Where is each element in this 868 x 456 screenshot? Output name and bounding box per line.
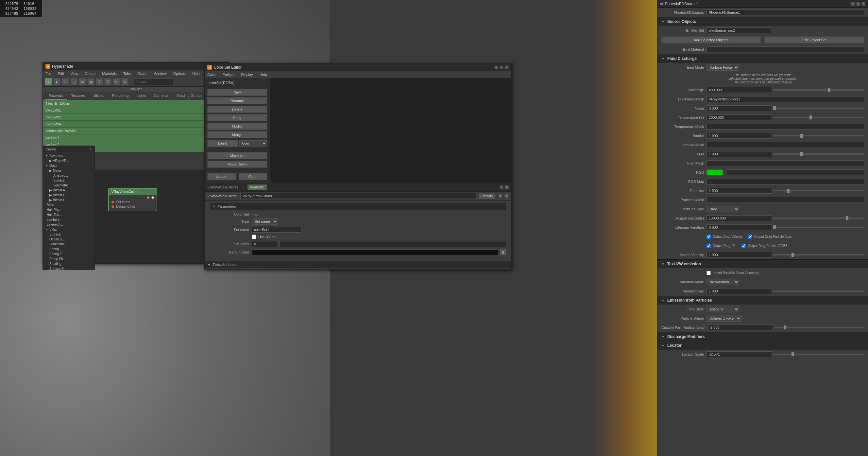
material-item[interactable]: lambert1	[43, 134, 228, 141]
tree-item-vray-shading[interactable]: Shading	[48, 262, 93, 266]
tree-item-hair-tub[interactable]: Hair Tub...	[44, 212, 93, 217]
lifespan-var-slider[interactable]	[773, 227, 864, 228]
tree-item-hair-phy[interactable]: Hair Phy...	[44, 207, 93, 212]
rgb-input[interactable]	[727, 170, 864, 175]
phoenix-window-controls[interactable]: ─ □ ✕	[851, 2, 865, 6]
cse-rename-btn[interactable]: Rename	[207, 97, 267, 104]
variation-sec-input[interactable]	[707, 288, 772, 294]
output-drag-rgb-checkbox[interactable]	[742, 244, 746, 248]
fuel-input[interactable]	[707, 151, 772, 157]
tool-btn-8[interactable]: Z	[104, 78, 112, 85]
set-name-input[interactable]	[252, 227, 302, 233]
fuel-mask-input[interactable]	[707, 160, 864, 166]
noise-input[interactable]	[707, 105, 772, 111]
material-item[interactable]: VRayMtl1	[43, 107, 228, 114]
material-item[interactable]: VRayMtl2	[43, 114, 228, 121]
variation-sec-slider[interactable]	[773, 291, 864, 292]
cse-maximize[interactable]: □	[500, 65, 503, 69]
tool-btn-10[interactable]: ↻	[121, 78, 128, 85]
tree-group-vray[interactable]: ▼ VRay	[44, 227, 93, 232]
particles-slider[interactable]	[773, 190, 864, 191]
tab-cameras[interactable]: Cameras	[150, 92, 173, 100]
cse-merge-btn[interactable]: Merge	[207, 131, 267, 139]
inherit-texuvw-checkbox[interactable]	[707, 271, 711, 275]
tab-textures[interactable]: Textures	[67, 92, 89, 100]
tab-shading-groups[interactable]: Shading Groups	[172, 92, 206, 100]
smoke-input[interactable]	[707, 133, 772, 139]
tree-item-volumetric[interactable]: Volumetric	[48, 183, 93, 188]
noise-slider[interactable]	[773, 108, 864, 109]
emitter-set-input[interactable]	[707, 28, 772, 33]
lifespan-slider[interactable]	[773, 217, 864, 219]
tree-group-blinn[interactable]: Blinn	[44, 203, 93, 207]
tab-materials[interactable]: Materials	[45, 92, 67, 100]
emit-mode-select[interactable]: Surface Force Volume	[707, 64, 739, 71]
add-selected-btn[interactable]: Add Selected Objects	[661, 36, 761, 43]
section-source-objects[interactable]: ▼ Source Objects	[657, 17, 868, 26]
tree-item-anisotro[interactable]: Anisotro...	[48, 173, 93, 178]
cse-blend-select[interactable]: Over Under	[239, 140, 268, 147]
hs-search-input[interactable]	[134, 79, 173, 85]
material-item[interactable]: Tiles_E_120cm	[43, 100, 228, 107]
tree-item-bifrost-a[interactable]: ▶ Bifrost A...	[48, 188, 93, 193]
emit-material-input[interactable]	[707, 47, 864, 52]
material-item[interactable]: colorbushVRayMtl1	[43, 128, 228, 134]
rgb-swatch[interactable]	[707, 170, 723, 175]
section-tex-uvw[interactable]: ▼ TexUVW emission	[657, 260, 868, 268]
section-locator[interactable]: ▼ Locator	[657, 341, 868, 350]
tree-item-bifrost-l[interactable]: ▶ Bifrost Li...	[48, 197, 93, 203]
vray-icon-2[interactable]: ◫	[505, 194, 509, 198]
cse-close[interactable]: ✕	[505, 65, 509, 69]
cse-window-controls[interactable]: ─ □ ✕	[494, 65, 509, 69]
section-discharge-modifiers[interactable]: ▼ Discharge Modifiers	[657, 332, 868, 341]
rgb-map-input[interactable]	[707, 179, 864, 184]
output-drag-ages-checkbox[interactable]	[748, 235, 752, 239]
vray-colors-input[interactable]	[240, 193, 476, 199]
motion-velocity-input[interactable]	[707, 252, 772, 258]
particles-mask-input[interactable]	[707, 197, 864, 203]
locator-scale-slider[interactable]	[773, 354, 864, 355]
tab-lights[interactable]: Lights	[132, 92, 150, 100]
cse-set-item-1[interactable]: colorSet(RGBA)	[206, 80, 269, 86]
tool-btn-4[interactable]: ◫	[70, 78, 78, 85]
output-drag-ids-checkbox[interactable]	[707, 244, 711, 248]
phoenix-minimize[interactable]: ─	[851, 2, 855, 6]
smoke-slider[interactable]	[773, 135, 864, 136]
tree-item-vray-ocean[interactable]: Ocean S...	[48, 237, 93, 242]
use-uv-checkbox[interactable]	[252, 235, 256, 239]
cse-close-btn[interactable]: Close	[239, 173, 268, 180]
section-emission-particles[interactable]: ▼ Emission from Particles	[657, 296, 868, 305]
tree-item-vray[interactable]: ▶ VRay VR...	[48, 158, 93, 163]
section-fluid-discharge[interactable]: ▼ Fluid Discharge	[657, 54, 868, 63]
discharge-input[interactable]	[707, 87, 772, 93]
hs-menu-create[interactable]: Create	[83, 71, 97, 76]
edit-set-btn[interactable]: Edit Object Set	[765, 36, 864, 43]
color-picker-btn[interactable]: ⊞	[500, 249, 506, 255]
tree-item-maya[interactable]: ▶ Maya	[48, 168, 93, 173]
tree-item-bifrost-f[interactable]: ▶ Bifrost F...	[48, 193, 93, 197]
phoenix-maximize[interactable]: □	[856, 2, 860, 6]
tree-item-lambert[interactable]: Lambert...	[44, 217, 93, 222]
cse-menu-display[interactable]: Display	[240, 72, 254, 77]
time-base-select[interactable]: Absolute Relative	[707, 306, 739, 312]
cse-minimize[interactable]: ─	[494, 65, 498, 69]
phoenix-close[interactable]: ✕	[862, 2, 865, 6]
particles-input[interactable]	[707, 188, 772, 194]
tree-item-vray-phong[interactable]: Phong	[48, 247, 93, 251]
tree-group-maya[interactable]: ▼ Maya	[44, 163, 93, 168]
cse-bottom-minimize[interactable]: ─	[500, 185, 503, 189]
cse-modify-btn[interactable]: Modify	[207, 123, 267, 130]
tool-btn-7[interactable]: A	[96, 78, 103, 85]
hs-menu-graph[interactable]: Graph	[136, 71, 149, 76]
temperature-mask-input[interactable]	[707, 124, 864, 129]
temperature-slider[interactable]	[773, 117, 864, 118]
tree-item-vray-phong-e[interactable]: Phong E...	[48, 251, 93, 256]
hs-menu-file[interactable]: File	[44, 71, 53, 76]
cse-copy-btn[interactable]: Copy	[207, 114, 267, 121]
discharge-mask-input[interactable]	[707, 96, 864, 102]
material-item[interactable]: VRayMtl4	[43, 121, 228, 128]
tool-btn-5[interactable]: ⊞	[79, 78, 86, 85]
tool-btn-1[interactable]: ●	[45, 78, 52, 85]
custom-radius-slider[interactable]	[775, 327, 864, 328]
cse-move-up-btn[interactable]: Move Up	[207, 152, 267, 159]
